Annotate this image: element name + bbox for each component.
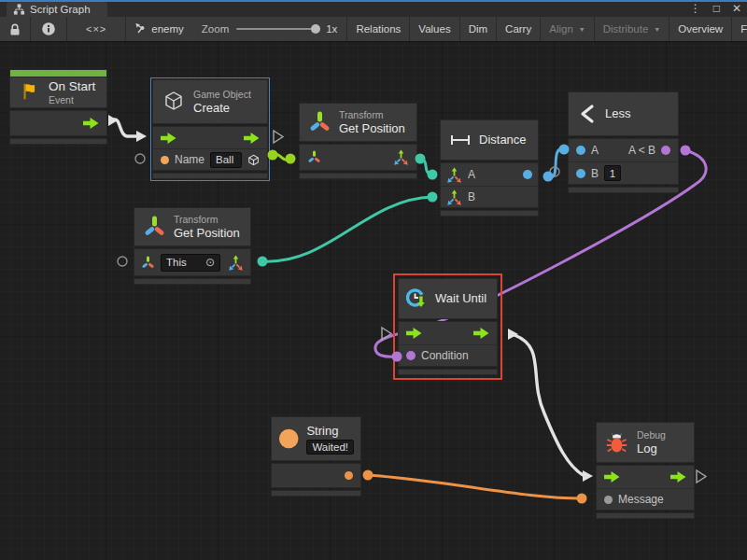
node-title: Distance	[479, 133, 527, 147]
node-ports: A B	[440, 162, 539, 208]
node-footer	[398, 369, 498, 375]
string-icon	[278, 427, 299, 450]
port-label: B	[468, 190, 475, 203]
vector3-input-port-a[interactable]	[446, 167, 462, 183]
float-input-port-b[interactable]	[576, 169, 585, 178]
graph-icon	[13, 3, 25, 16]
toolbar-button-carry[interactable]: Carry	[497, 17, 541, 41]
node-on-start-event[interactable]: On Start Event	[9, 69, 107, 145]
wait-clock-icon	[404, 287, 430, 311]
node-footer	[271, 490, 361, 497]
toolbar-button-values[interactable]: Values	[410, 17, 459, 41]
window-menu-icon[interactable]: ⋮	[690, 2, 701, 15]
node-ports	[271, 463, 361, 488]
vector3-input-port-b[interactable]	[446, 189, 462, 205]
string-input-port[interactable]	[161, 156, 169, 164]
node-title: Wait Until	[435, 291, 486, 306]
transform-icon	[143, 215, 166, 239]
string-value-field[interactable]: Waited!	[306, 440, 354, 455]
toolbar-button-overview[interactable]: Overview	[669, 17, 732, 41]
flow-input-port[interactable]	[604, 471, 620, 483]
node-header: On Start Event	[9, 77, 107, 108]
toolbar-button-distribute[interactable]: Distribute ▼	[595, 17, 670, 41]
node-less[interactable]: Less A A < B B 1	[568, 91, 679, 193]
tab-script-graph[interactable]: Script Graph	[7, 2, 107, 17]
lock-icon	[7, 22, 22, 36]
float-input-port-a[interactable]	[576, 146, 585, 155]
node-ports	[299, 144, 417, 171]
toolbar-button-relations[interactable]: Relations	[346, 17, 410, 41]
string-output-port[interactable]	[345, 471, 353, 480]
node-title: Less	[605, 106, 630, 121]
dropdown-arrow-icon: ▼	[654, 26, 660, 33]
event-accent-bar	[9, 69, 107, 77]
node-header: Distance	[440, 119, 539, 161]
lock-button[interactable]	[0, 17, 31, 41]
message-input-port[interactable]	[604, 496, 613, 504]
node-ports: Condition	[398, 321, 498, 367]
toolbar-button-dim[interactable]: Dim	[460, 17, 497, 41]
target-object-field[interactable]: This ⊙	[161, 254, 220, 272]
node-footer	[568, 187, 679, 193]
flow-input-port[interactable]	[161, 133, 176, 144]
node-distance[interactable]: Distance A	[440, 119, 539, 217]
code-view-button[interactable]: <×>	[67, 17, 126, 41]
zoom-value: 1x	[326, 23, 337, 35]
node-header: Debug Log	[596, 422, 695, 463]
cube-icon	[162, 90, 186, 114]
node-debug-log[interactable]: Debug Log Message	[596, 422, 695, 519]
dropdown-arrow-icon: ▼	[579, 26, 585, 33]
bool-output-port[interactable]	[661, 146, 670, 155]
window-maximize-icon[interactable]: □	[713, 2, 720, 15]
transform-icon	[308, 110, 331, 134]
node-title: On Start	[49, 79, 95, 94]
node-wait-until[interactable]: Wait Until Condition	[398, 278, 498, 375]
port-label: A	[468, 168, 475, 181]
transform-input-port[interactable]	[307, 150, 321, 164]
flow-output-port[interactable]	[670, 471, 686, 483]
node-title: String	[306, 424, 354, 439]
info-button[interactable]	[31, 17, 67, 41]
node-header: Transform Get Position	[299, 103, 417, 142]
node-gameobject-create[interactable]: Game Object Create Name Ball	[152, 79, 268, 179]
window-close-icon[interactable]: ✕	[732, 2, 741, 15]
toolbar-button-fullscreen[interactable]: Full Screen	[732, 17, 747, 41]
tab-bar: Script Graph ⋮ □ ✕	[0, 0, 747, 17]
flow-output-port[interactable]	[473, 328, 489, 339]
b-value-field[interactable]: 1	[604, 165, 621, 181]
graph-reference[interactable]: enemy	[126, 17, 192, 41]
gameobject-output-port[interactable]	[247, 153, 260, 167]
node-ports: This ⊙	[134, 248, 251, 276]
node-category: Debug	[637, 429, 666, 441]
graph-toolbar: <×> enemy Zoom 1x Relations Values Dim C…	[0, 17, 747, 42]
node-footer	[299, 173, 417, 179]
zoom-slider-handle[interactable]	[311, 24, 320, 34]
graph-name: enemy	[151, 23, 184, 35]
node-string-literal[interactable]: String Waited!	[271, 416, 361, 497]
float-output-port[interactable]	[523, 170, 532, 179]
port-label: Condition	[421, 349, 469, 362]
vector3-output-port[interactable]	[393, 149, 409, 165]
node-header: Wait Until	[398, 278, 498, 319]
node-footer	[596, 512, 695, 519]
transform-input-port[interactable]	[141, 256, 155, 270]
flow-input-port[interactable]	[406, 328, 422, 339]
node-get-position-top[interactable]: Transform Get Position	[299, 103, 417, 179]
toolbar-button-align[interactable]: Align ▼	[541, 17, 595, 41]
node-title: Create	[193, 101, 251, 116]
node-ports: A A < B B 1	[568, 138, 679, 185]
zoom-control: Zoom 1x	[192, 17, 347, 41]
port-label: A	[591, 144, 599, 157]
condition-input-port[interactable]	[406, 351, 416, 360]
info-icon	[41, 21, 56, 36]
less-than-icon	[577, 103, 598, 125]
name-input-field[interactable]: Ball	[210, 152, 242, 168]
node-ports: Message	[596, 465, 695, 511]
flow-output-port[interactable]	[244, 133, 260, 144]
node-get-position-mid[interactable]: Transform Get Position This ⊙	[134, 207, 251, 285]
node-title: Get Position	[174, 226, 240, 241]
flow-output-port[interactable]	[83, 118, 99, 129]
vector3-output-port[interactable]	[228, 255, 244, 271]
object-picker-icon[interactable]: ⊙	[205, 256, 215, 269]
zoom-slider[interactable]	[236, 28, 318, 30]
